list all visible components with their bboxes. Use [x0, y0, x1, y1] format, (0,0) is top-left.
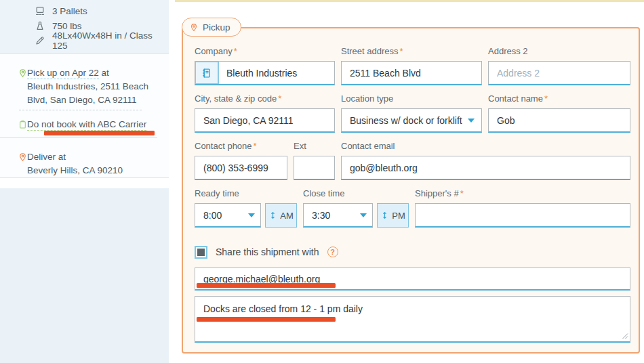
pickup-pin-icon — [190, 23, 198, 32]
contact-phone-field: Contact phone* — [195, 141, 287, 180]
shipper-number-label: Shipper's #* — [415, 188, 630, 198]
city-label: City, state & zip code* — [195, 93, 335, 104]
ext-input[interactable] — [294, 156, 335, 180]
summary-dimensions: 48Lx40Wx48H in / Class 125 — [0, 33, 169, 48]
summary-pallets-text: 3 Pallets — [52, 6, 87, 16]
required-marker: * — [234, 46, 237, 56]
company-label: Company* — [195, 46, 335, 56]
street-address-label: Street address* — [341, 46, 482, 56]
ready-time-field: Ready time 8:00 AM — [195, 188, 297, 228]
swap-vertical-icon — [268, 211, 277, 220]
section-divider — [0, 137, 157, 138]
required-marker: * — [254, 141, 257, 151]
company-input-wrap — [195, 61, 335, 85]
form-row-3: Contact phone* Ext Contact email — [195, 141, 630, 180]
contact-name-field: Contact name* — [488, 93, 630, 133]
ready-time-select[interactable]: 8:00 — [195, 203, 261, 228]
pallet-icon — [35, 6, 45, 16]
shipper-number-input[interactable] — [415, 203, 630, 228]
close-time-value: 3:30 — [312, 210, 330, 221]
form-row-1: Company* Street address* Address 2 — [195, 46, 630, 85]
stops-panel: Pick up on Apr 22 at Bleuth Industries, … — [0, 54, 169, 178]
annotation-underline — [44, 131, 155, 135]
close-time-label: Close time — [303, 188, 409, 198]
share-email-wrap — [195, 268, 630, 291]
ready-time-label: Ready time — [195, 188, 297, 198]
ready-time-value: 8:00 — [203, 210, 222, 221]
carrier-note-link[interactable]: Do not book with ABC Carrier — [27, 119, 146, 131]
close-time-field: Close time 3:30 PM — [303, 188, 409, 228]
textarea-resize-handle[interactable] — [622, 333, 628, 339]
share-shipment-row: Share this shipment with ? — [195, 245, 630, 259]
deliver-stop: Deliver at Beverly Hills, CA 90210 — [0, 150, 169, 177]
address2-input[interactable] — [488, 61, 630, 85]
deliver-pin-icon — [18, 152, 27, 177]
close-meridiem-toggle[interactable]: PM — [377, 203, 409, 228]
shipment-summary-panel: 3 Pallets 750 lbs 48Lx40Wx48H in / Class… — [0, 0, 169, 54]
address2-label: Address 2 — [488, 46, 630, 56]
contact-email-input[interactable] — [341, 156, 630, 180]
shipment-sidebar: 3 Pallets 750 lbs 48Lx40Wx48H in / Class… — [0, 0, 169, 363]
ready-meridiem-value: AM — [280, 211, 294, 221]
contact-phone-label: Contact phone* — [195, 141, 287, 151]
summary-weight-text: 750 lbs — [52, 21, 82, 31]
location-type-field: Location type Business w/ dock or forkli… — [341, 93, 482, 133]
chevron-down-icon — [248, 213, 255, 217]
booking-main-panel: Pickup Company* Street address* Address … — [175, 0, 644, 363]
deliver-title: Deliver at — [27, 152, 66, 162]
required-marker: * — [278, 93, 281, 104]
pickup-stop-text: Pick up on Apr 22 at Bleuth Industries, … — [27, 66, 148, 107]
city-input[interactable] — [195, 108, 335, 133]
street-address-input[interactable] — [341, 61, 482, 85]
ext-field: Ext — [294, 141, 335, 180]
contact-phone-input[interactable] — [195, 156, 287, 180]
summary-dimensions-text: 48Lx40Wx48H in / Class 125 — [52, 30, 169, 51]
dimensions-icon — [35, 36, 45, 45]
required-marker: * — [460, 188, 464, 198]
annotation-underline — [197, 317, 336, 322]
company-field: Company* — [195, 46, 335, 85]
sidebar-footer — [0, 188, 169, 363]
pickup-pin-icon — [18, 68, 27, 107]
location-type-label: Location type — [341, 93, 482, 104]
share-shipment-label: Share this shipment with — [216, 247, 319, 257]
pickup-form: Company* Street address* Address 2 C — [182, 27, 640, 354]
contact-email-field: Contact email — [341, 141, 630, 180]
summary-pallets: 3 Pallets — [0, 3, 169, 18]
checkbox-checked-mark — [197, 249, 205, 256]
annotation-underline — [197, 283, 336, 288]
pickup-stop: Pick up on Apr 22 at Bleuth Industries, … — [0, 54, 169, 107]
help-icon[interactable]: ? — [327, 247, 338, 257]
ext-label: Ext — [294, 141, 335, 151]
address2-field: Address 2 — [488, 46, 630, 85]
pickup-address-line2: Blvd, San Diego, CA 92111 — [27, 95, 137, 105]
contact-name-input[interactable] — [488, 108, 630, 133]
dashed-divider — [19, 110, 142, 110]
swap-vertical-icon — [380, 211, 389, 220]
share-shipment-checkbox[interactable] — [195, 246, 207, 259]
close-time-select[interactable]: 3:30 — [303, 203, 373, 228]
required-marker: * — [544, 93, 548, 104]
shipper-number-field: Shipper's #* — [415, 188, 630, 228]
company-input[interactable] — [219, 62, 334, 84]
chevron-down-icon — [360, 213, 367, 217]
street-address-field: Street address* — [341, 46, 482, 85]
address-book-icon[interactable] — [195, 62, 219, 84]
pickup-date-link[interactable]: Pick up on Apr 22 — [27, 68, 99, 79]
pickup-suffix: at — [102, 68, 109, 78]
location-type-select[interactable]: Business w/ dock or forklift — [341, 108, 482, 133]
deliver-stop-text: Deliver at Beverly Hills, CA 90210 — [27, 150, 123, 177]
close-meridiem-value: PM — [392, 211, 405, 221]
top-accent-band — [175, 0, 644, 2]
form-row-4: Ready time 8:00 AM Close time — [195, 188, 630, 228]
chevron-down-icon — [468, 119, 475, 123]
weight-icon — [35, 21, 45, 30]
location-type-value: Business w/ dock or forklift — [350, 115, 462, 126]
pickup-section-title: Pickup — [203, 22, 230, 33]
special-instructions-wrap: Docks are closed from 12 - 1 pm daily — [195, 296, 630, 343]
carrier-note-text: Do not book with ABC Carrier — [27, 118, 146, 131]
carrier-note: Do not book with ABC Carrier — [0, 118, 169, 131]
contact-email-label: Contact email — [341, 141, 630, 151]
deliver-address: Beverly Hills, CA 90210 — [27, 165, 123, 175]
ready-meridiem-toggle[interactable]: AM — [265, 203, 297, 228]
